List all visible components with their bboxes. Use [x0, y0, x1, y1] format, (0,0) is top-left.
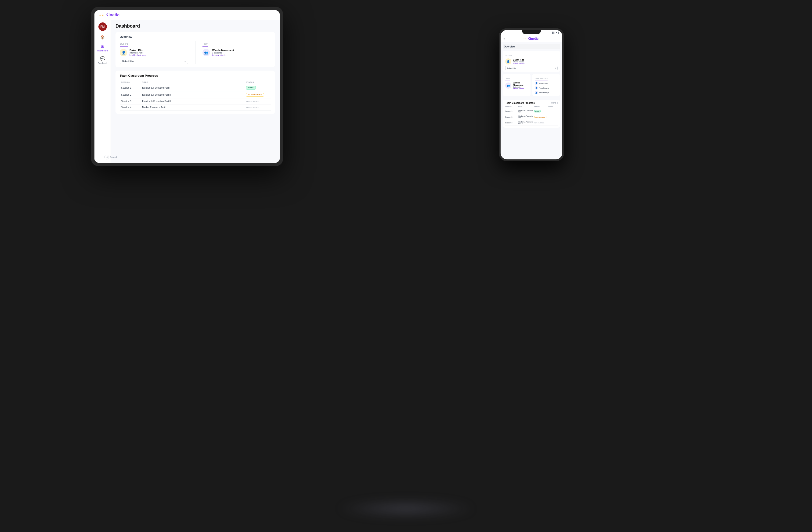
sidebar-item-feedback[interactable]: 💬 Feedback — [98, 56, 107, 64]
tablet-main-content: Dashboard Overview Student 👤 Ba — [111, 20, 280, 163]
member-icon: 👤 — [535, 91, 538, 94]
list-item: 👤 Bakari Kito — [535, 82, 557, 85]
phone-student-dropdown[interactable]: Bakari Kito ▾ — [505, 66, 557, 70]
session-cell: Session 3 — [121, 100, 142, 103]
student-dropdown[interactable]: Bakari Kito ▾ — [120, 59, 188, 64]
col-title: TITLE — [142, 81, 246, 83]
phone-team-role: Internal Kinetic — [513, 88, 528, 90]
student-email: kito@school.com — [130, 54, 146, 56]
student-role: Internal Kinetic — [130, 51, 146, 54]
title-cell: Market Research Part I — [142, 106, 246, 109]
phone-progress-title: Team Classroom Progress — [505, 102, 535, 104]
phone-body: Overview Student 👤 Bakari Kito Internal … — [501, 42, 562, 159]
col-status: STATUS — [246, 81, 269, 83]
overview-card: Overview Student 👤 Bakari Kito Internal … — [116, 32, 275, 67]
col-divider — [195, 41, 195, 64]
collapse-label: Expand — [110, 156, 117, 158]
phone-student-role: Internal Kinetic — [513, 61, 525, 63]
phone-team-row: 👥 Wanda Movement 3 students Internal Kin… — [505, 82, 528, 90]
member-name: Idris Mboya — [539, 92, 549, 94]
team-students: 3 students — [212, 51, 234, 54]
table-row: Session 2 Ideation & Formation Part II I… — [505, 114, 557, 120]
chevron-down-icon: ▾ — [185, 60, 186, 63]
table-row: Session 2 Ideation & Formation Part II I… — [120, 91, 271, 99]
student-col: Student 👤 Bakari Kito Internal Kinetic k… — [120, 41, 188, 64]
phone-progress-card: Team Classroom Progress MORE SESSION TIT… — [503, 100, 560, 128]
phone-session: Session 3 — [505, 122, 518, 124]
status-cell: DONE — [246, 86, 269, 90]
tablet-screen: ✦✦ Kinetic PM 🏠 ⊞ Dashboard 💬 Feedback — [95, 10, 280, 163]
status-badge: DONE — [246, 86, 256, 90]
battery-icon: ▐ — [558, 32, 559, 33]
phone-title: Ideation & Formation Part I — [518, 109, 534, 113]
list-item: 👤 Yusuf Juma — [535, 86, 557, 90]
tablet-device: ✦✦ Kinetic PM 🏠 ⊞ Dashboard 💬 Feedback — [91, 7, 283, 166]
table-row: Session 4 Market Research Part I NOT STA… — [120, 104, 271, 110]
phone-team-name: Wanda Movement — [513, 82, 528, 86]
signal-icon: ▐▐▐ — [552, 32, 555, 33]
team-info: Wanda Movement 3 students Internal Kinet… — [212, 49, 234, 56]
member-name: Bakari Kito — [539, 82, 548, 84]
phone-student-avatar: 👤 — [505, 58, 511, 64]
feedback-label: Feedback — [98, 62, 107, 64]
phone-col-status: STATUS — [534, 106, 548, 107]
phone-col-title: TITLE — [518, 106, 534, 107]
phone-logo: ✦✦ Kinetic — [523, 36, 539, 41]
status-badge: IN PROGRESS — [534, 116, 547, 118]
table-row: Session 1 Ideation & Formation Part I DO… — [120, 84, 271, 91]
team-label: Team — [202, 43, 208, 46]
title-cell: Ideation & Formation Part II — [142, 93, 246, 96]
table-row: Session 1 Ideation & Formation Part I DO… — [505, 108, 557, 114]
overview-title: Overview — [120, 35, 271, 39]
phone-table-header: SESSION TITLE STATUS COMPL — [505, 106, 557, 108]
phone-col-session: SESSION — [505, 106, 518, 107]
phone-student-card: Student 👤 Bakari Kito Internal Kinetic k… — [503, 51, 560, 72]
collapse-button[interactable]: ◁ Expand — [104, 155, 117, 159]
phone-session: Session 1 — [505, 110, 518, 112]
member-icon: 👤 — [535, 86, 538, 90]
more-button[interactable]: MORE — [550, 102, 557, 104]
status-cell: NOT STARTED — [246, 100, 269, 103]
student-name: Bakari Kito — [130, 49, 146, 51]
hamburger-icon[interactable]: ≡ — [503, 37, 505, 41]
dashboard-label: Dashboard — [97, 49, 107, 52]
member-name: Yusuf Juma — [539, 87, 549, 89]
col-session: SESSION — [121, 81, 142, 83]
session-cell: Session 4 — [121, 106, 142, 109]
user-avatar: PM — [99, 23, 107, 31]
sidebar-item-dashboard[interactable]: ⊞ Dashboard — [97, 44, 107, 52]
dashboard-icon: ⊞ — [101, 44, 104, 49]
student-info: Bakari Kito Internal Kinetic kito@school… — [130, 49, 146, 56]
phone-app-name: Kinetic — [528, 37, 539, 41]
table-row: Session 3 Ideation & Formation Part III … — [120, 99, 271, 104]
team-col: Team 👥 Wanda Movement 3 students Interna… — [202, 41, 271, 64]
phone-status: NOT STARTED — [534, 122, 548, 124]
dropdown-value: Bakari Kito — [122, 60, 133, 63]
phone-status: DONE — [534, 110, 548, 112]
app-name-label: Kinetic — [105, 13, 119, 17]
tablet-body: PM 🏠 ⊞ Dashboard 💬 Feedback Dashboard — [95, 20, 280, 163]
home-icon: 🏠 — [100, 35, 105, 40]
phone-team-students: 3 students — [513, 86, 528, 88]
team-avatar-icon: 👥 — [202, 49, 210, 56]
signal-icons: ▐▐▐ ◈ ▐ — [552, 32, 559, 33]
team-role: Internal Kinetic — [212, 54, 234, 56]
status-cell: IN PROGRESS — [246, 93, 269, 97]
phone-team-section: Team 👥 Wanda Movement 3 students Interna… — [503, 74, 560, 98]
phone-title: Ideation & Formation Part III — [518, 121, 534, 124]
phone-team-label: Team — [505, 77, 510, 80]
status-badge: NOT STARTED — [534, 122, 544, 124]
phone-chevron-icon: ▾ — [555, 67, 556, 69]
phone-members-card: Team Members 👤 Bakari Kito 👤 Yusuf Juma — [532, 74, 560, 96]
overview-grid: Student 👤 Bakari Kito Internal Kinetic k… — [120, 41, 271, 64]
tablet-topbar: ✦✦ Kinetic — [95, 10, 280, 20]
logo-dots-icon: ✦✦ — [99, 13, 104, 17]
phone-student-row: 👤 Bakari Kito Internal Kinetic kito@scho… — [505, 58, 557, 64]
phone-col-compl: COMPL — [548, 106, 557, 107]
feedback-icon: 💬 — [100, 56, 105, 61]
team-row: 👥 Wanda Movement 3 students Internal Kin… — [202, 49, 271, 56]
wifi-icon: ◈ — [556, 32, 557, 33]
title-cell: Ideation & Formation Part III — [142, 100, 246, 103]
status-badge: NOT STARTED — [246, 107, 259, 109]
student-label: Student — [120, 43, 128, 46]
